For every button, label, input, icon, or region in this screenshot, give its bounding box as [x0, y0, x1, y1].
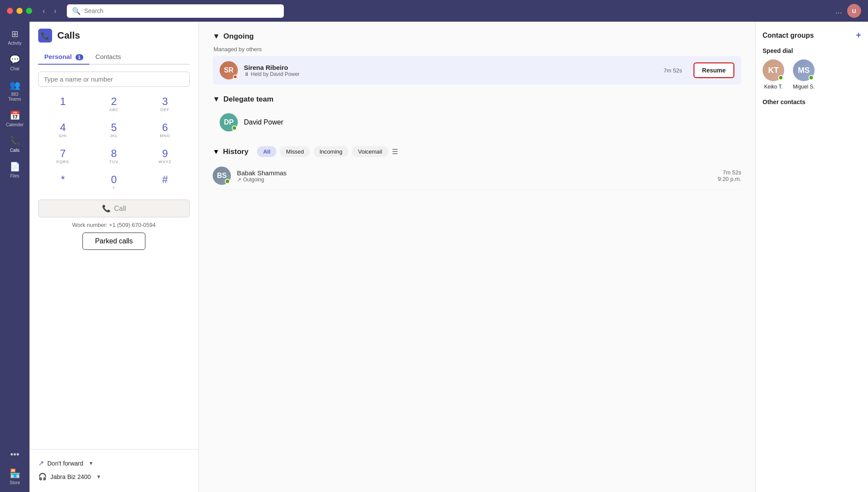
- sidebar-item-teams[interactable]: 👥 883 Teams: [2, 76, 27, 105]
- ongoing-call-row: SR Sirena Ribeiro ⏸ Held by David Power …: [213, 56, 741, 85]
- ongoing-call-name: Sirena Ribeiro: [244, 64, 658, 71]
- calls-header: 📞 Calls: [38, 29, 190, 46]
- dialer-key-0[interactable]: 0+: [89, 170, 139, 194]
- nav-back-button[interactable]: ‹: [39, 5, 49, 17]
- dialer-key-2[interactable]: 2ABC: [89, 92, 139, 116]
- dialer-input[interactable]: [38, 72, 190, 87]
- ongoing-section: ▼ Ongoing Managed by others SR Sirena Ri…: [213, 32, 741, 85]
- delegate-member-name: David Power: [244, 118, 283, 126]
- more-icon: •••: [10, 449, 19, 459]
- resume-button[interactable]: Resume: [694, 62, 734, 78]
- ongoing-header[interactable]: ▼ Ongoing: [213, 32, 741, 41]
- history-entry-info: Babak Shammas ↗ Outgoing: [237, 169, 712, 183]
- parked-calls-button[interactable]: Parked calls: [82, 233, 145, 250]
- dialer-key-9[interactable]: 9WXYZ: [140, 144, 190, 168]
- dont-forward-row[interactable]: ↗ Don't forward ▼: [38, 456, 190, 470]
- dialer-key-3[interactable]: 3DEF: [140, 92, 190, 116]
- ongoing-call-held-by: Held by David Power: [251, 71, 299, 77]
- titlebar: ‹ › 🔍 ... U: [0, 0, 868, 22]
- sidebar-item-calendar[interactable]: 📅 Calender: [2, 107, 27, 131]
- ongoing-call-info: Sirena Ribeiro ⏸ Held by David Power: [244, 64, 658, 77]
- dialer-key-hash[interactable]: #: [140, 170, 190, 194]
- personal-badge: 1: [76, 54, 83, 60]
- history-arrow-icon: ▼: [213, 148, 220, 156]
- delegate-section: ▼ Delegate team DP David Power: [213, 95, 741, 136]
- dialer-key-1[interactable]: 1: [38, 92, 88, 116]
- sirena-avatar: SR: [220, 61, 238, 79]
- delegate-header[interactable]: ▼ Delegate team: [213, 95, 741, 104]
- filter-voicemail-button[interactable]: Voicemail: [352, 146, 388, 157]
- outgoing-call-icon: ↗: [237, 177, 241, 183]
- filter-incoming-button[interactable]: Incoming: [313, 146, 349, 157]
- miguel-online-icon: [809, 75, 814, 80]
- sidebar-item-files[interactable]: 📄 Files: [2, 158, 27, 182]
- babak-online-icon: [225, 179, 230, 184]
- miguel-name: Miguel S.: [793, 84, 815, 90]
- right-panel: Contact groups + Speed dial KT Keiko T. …: [755, 22, 868, 492]
- delegate-title: Delegate team: [224, 95, 273, 104]
- managed-by-others-label: Managed by others: [214, 46, 741, 52]
- sidebar-item-store[interactable]: 🏪 Store: [2, 465, 27, 489]
- minimize-button[interactable]: [16, 8, 23, 14]
- david-avatar: DP: [220, 113, 238, 131]
- speed-dial-item-keiko: KT Keiko T.: [763, 59, 784, 90]
- app-body: ⊞ Activity 💬 Chat 👥 883 Teams 📅 Calender…: [0, 22, 868, 492]
- keiko-online-icon: [778, 75, 783, 80]
- sidebar-item-activity[interactable]: ⊞ Activity: [2, 25, 27, 49]
- dialer-key-star[interactable]: *: [38, 170, 88, 194]
- babak-avatar: BS: [213, 167, 231, 185]
- calls-tabs: Personal 1 Contacts: [38, 49, 190, 65]
- nav-forward-button[interactable]: ›: [50, 5, 60, 17]
- ongoing-title: Ongoing: [224, 32, 254, 41]
- dialer-key-5[interactable]: 5JKL: [89, 118, 139, 142]
- sidebar-item-label-chat: Chat: [10, 66, 19, 71]
- dialer-key-4[interactable]: 4GHI: [38, 118, 88, 142]
- keiko-avatar[interactable]: KT: [763, 59, 784, 81]
- activity-icon: ⊞: [11, 29, 19, 39]
- call-phone-icon: 📞: [102, 204, 111, 213]
- avatar-status-busy: [233, 75, 237, 79]
- sidebar-item-calls[interactable]: 📞 Calls: [2, 132, 27, 156]
- forward-chevron-icon: ▼: [89, 460, 94, 466]
- store-icon: 🏪: [10, 468, 20, 479]
- filter-all-button[interactable]: All: [257, 146, 276, 157]
- calls-title: Calls: [57, 30, 80, 41]
- add-contact-group-button[interactable]: +: [856, 30, 861, 40]
- tab-contacts[interactable]: Contacts: [89, 49, 127, 65]
- sidebar-item-label-calls: Calls: [10, 148, 20, 153]
- history-entry-name: Babak Shammas: [237, 169, 712, 177]
- history-entry-duration: 7m 52s: [718, 169, 741, 176]
- sidebar-item-more[interactable]: •••: [2, 446, 27, 463]
- calls-icon-wrap: 📞: [38, 29, 52, 43]
- dialer-key-7[interactable]: 7PQRS: [38, 144, 88, 168]
- dont-forward-label: Don't forward: [47, 460, 83, 467]
- dialer-key-8[interactable]: 8TUV: [89, 144, 139, 168]
- tab-personal-label: Personal: [44, 53, 72, 60]
- miguel-avatar[interactable]: MS: [793, 59, 815, 81]
- sidebar: ⊞ Activity 💬 Chat 👥 883 Teams 📅 Calender…: [0, 22, 30, 492]
- search-bar[interactable]: 🔍: [67, 4, 284, 18]
- filter-sort-icon[interactable]: ☰: [392, 146, 398, 157]
- calls-icon: 📞: [10, 136, 20, 146]
- call-button[interactable]: 📞 Call: [38, 200, 190, 217]
- maximize-button[interactable]: [26, 8, 32, 14]
- close-button[interactable]: [7, 8, 13, 14]
- sidebar-item-chat[interactable]: 💬 Chat: [2, 51, 27, 75]
- device-label: Jabra Biz 2400: [50, 473, 91, 480]
- chat-icon: 💬: [10, 54, 20, 65]
- tab-personal[interactable]: Personal 1: [38, 49, 89, 65]
- filter-missed-button[interactable]: Missed: [280, 146, 310, 157]
- dialer-grid: 1 2ABC 3DEF 4GHI 5JKL 6MNO 7PQRS 8TUV 9W…: [38, 92, 190, 194]
- more-options-button[interactable]: ...: [835, 7, 842, 16]
- content-area: 📞 Calls Personal 1 Contacts: [30, 22, 868, 492]
- device-row[interactable]: 🎧 Jabra Biz 2400 ▼: [38, 470, 190, 483]
- user-avatar[interactable]: U: [847, 4, 861, 18]
- other-contacts-title: Other contacts: [763, 98, 861, 105]
- history-row: BS Babak Shammas ↗ Outgoing 7m 52s 9:20 …: [213, 162, 741, 190]
- search-input[interactable]: [84, 7, 279, 14]
- speed-dial-list: KT Keiko T. MS Miguel S.: [763, 59, 861, 90]
- navigation-controls: ‹ ›: [39, 5, 60, 17]
- dialer: 1 2ABC 3DEF 4GHI 5JKL 6MNO 7PQRS 8TUV 9W…: [30, 65, 198, 261]
- history-title[interactable]: History: [223, 148, 249, 156]
- dialer-key-6[interactable]: 6MNO: [140, 118, 190, 142]
